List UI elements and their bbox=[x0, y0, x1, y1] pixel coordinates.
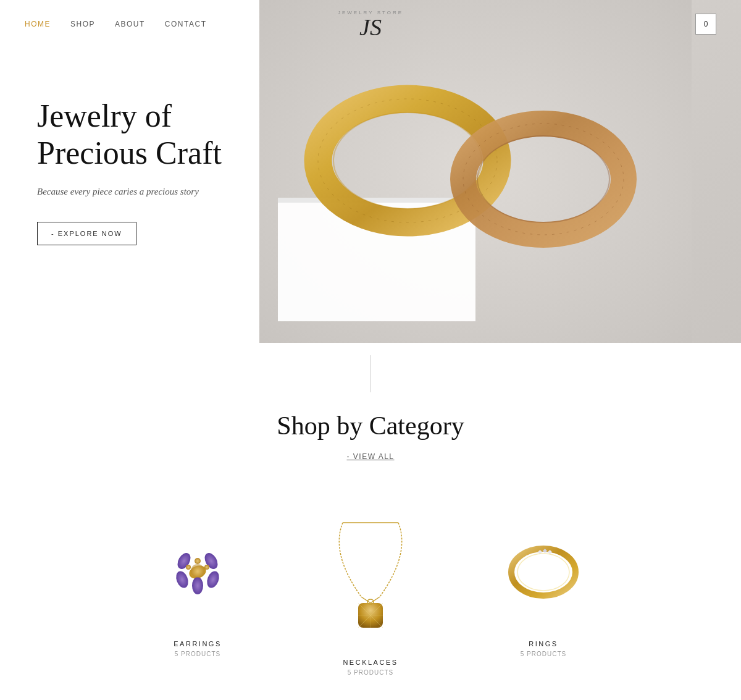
hero-subtitle: Because every piece caries a precious st… bbox=[37, 187, 228, 197]
hero-image bbox=[259, 0, 741, 343]
rings-image bbox=[488, 517, 599, 628]
cart-button[interactable]: 0 bbox=[695, 14, 716, 35]
hero-title: Jewelry of Precious Craft bbox=[37, 98, 228, 172]
svg-point-17 bbox=[204, 565, 209, 570]
cart-count: 0 bbox=[704, 20, 708, 28]
nav-about[interactable]: ABOUT bbox=[115, 20, 145, 28]
necklaces-count: 5 PRODUCTS bbox=[348, 669, 393, 676]
category-necklaces[interactable]: NECKLACES 5 PRODUCTS bbox=[303, 517, 438, 676]
earrings-icon bbox=[161, 535, 235, 609]
rings-icon bbox=[503, 532, 584, 612]
view-all-link[interactable]: - VIEW ALL bbox=[346, 452, 394, 461]
hero-section: Jewelry of Precious Craft Because every … bbox=[0, 0, 741, 343]
necklaces-icon bbox=[327, 517, 414, 646]
rings-label: RINGS bbox=[529, 640, 558, 647]
svg-point-15 bbox=[191, 564, 204, 578]
necklaces-image bbox=[315, 517, 426, 646]
earrings-count: 5 PRODUCTS bbox=[175, 651, 220, 657]
explore-button[interactable]: - EXPLORE NOW bbox=[37, 222, 136, 245]
rings-visual bbox=[259, 0, 741, 343]
nav-shop[interactable]: SHOP bbox=[70, 20, 95, 28]
svg-point-33 bbox=[517, 554, 569, 591]
categories-grid: EARRINGS 5 PRODUCTS bbox=[25, 517, 716, 676]
svg-point-14 bbox=[192, 577, 203, 594]
section-divider bbox=[0, 343, 741, 411]
shop-title: Shop by Category bbox=[25, 411, 716, 441]
nav-contact[interactable]: CONTACT bbox=[165, 20, 207, 28]
svg-point-13 bbox=[205, 570, 221, 589]
divider-line bbox=[371, 355, 371, 392]
necklaces-label: NECKLACES bbox=[343, 659, 398, 666]
svg-point-29 bbox=[511, 549, 576, 596]
site-logo: JEWELRY STORE JS bbox=[338, 10, 403, 39]
navbar: HOME SHOP ABOUT CONTACT JEWELRY STORE JS… bbox=[0, 0, 741, 48]
svg-point-18 bbox=[186, 565, 191, 570]
hero-content: Jewelry of Precious Craft Because every … bbox=[0, 0, 259, 343]
nav-home[interactable]: HOME bbox=[25, 20, 51, 28]
rings-svg bbox=[259, 0, 692, 343]
category-rings[interactable]: RINGS 5 PRODUCTS bbox=[475, 517, 611, 676]
earrings-image bbox=[142, 517, 253, 628]
nav-links: HOME SHOP ABOUT CONTACT bbox=[25, 20, 206, 28]
rings-count: 5 PRODUCTS bbox=[521, 651, 566, 657]
shop-section: Shop by Category - VIEW ALL bbox=[0, 411, 741, 700]
svg-point-12 bbox=[174, 570, 190, 589]
logo-monogram: JS bbox=[359, 15, 382, 39]
svg-point-16 bbox=[195, 558, 201, 564]
earrings-label: EARRINGS bbox=[174, 640, 221, 647]
category-earrings[interactable]: EARRINGS 5 PRODUCTS bbox=[130, 517, 266, 676]
